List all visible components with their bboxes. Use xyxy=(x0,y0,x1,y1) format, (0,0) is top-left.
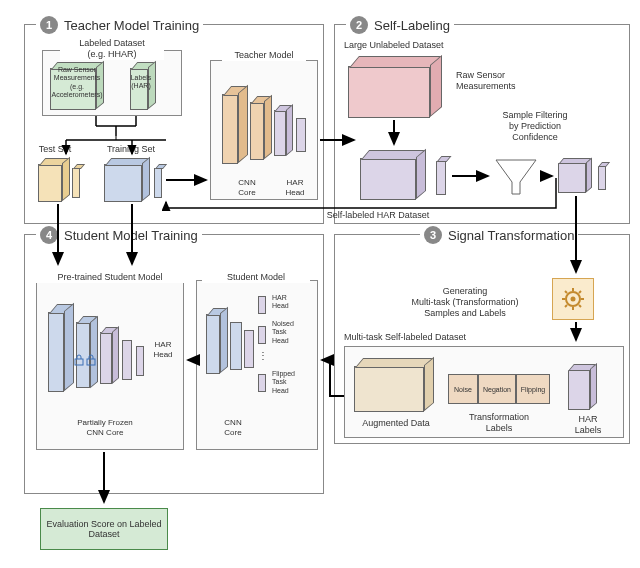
badge-1: 1 xyxy=(40,16,58,34)
svg-point-2 xyxy=(571,297,576,302)
generating-label: Generating Multi-task (Transformation) S… xyxy=(390,286,540,318)
noise-box: Noise xyxy=(448,374,478,404)
svg-line-10 xyxy=(565,305,567,307)
teacher-model-label: Teacher Model xyxy=(222,50,306,61)
badge-3: 3 xyxy=(424,226,442,244)
negation-box: Negation xyxy=(478,374,516,404)
gear-box xyxy=(552,278,594,320)
sample-filtering-label: Sample Filtering by Prediction Confidenc… xyxy=(490,110,580,142)
eval-label: Evaluation Score on Labeled Dataset xyxy=(43,519,165,539)
gear-icon xyxy=(561,287,585,311)
dots: ⋮ xyxy=(258,350,268,362)
har-head-label: HAR Head xyxy=(280,178,310,197)
har-head2-label: HAR Head xyxy=(272,294,308,311)
svg-rect-12 xyxy=(87,359,95,365)
svg-marker-0 xyxy=(496,160,536,194)
flipped-head-label: Flipped Task Head xyxy=(272,370,312,395)
svg-rect-11 xyxy=(75,359,83,365)
header-4: 4 Student Model Training xyxy=(36,226,202,244)
large-unlabeled-label: Large Unlabeled Dataset xyxy=(344,40,484,51)
svg-line-7 xyxy=(565,291,567,293)
title-1: Teacher Model Training xyxy=(64,18,199,33)
labeled-dataset-label: Labeled Dataset (e.g. HHAR) xyxy=(60,38,164,60)
badge-2: 2 xyxy=(350,16,368,34)
raw-sensor-text: Raw Sensor Measurements (e.g. Accelerome… xyxy=(48,66,106,100)
funnel-icon xyxy=(494,158,538,198)
labels-har-text: Labels (HAR) xyxy=(124,74,158,91)
har-labels-label: HAR Labels xyxy=(566,414,610,436)
lock-icon-2 xyxy=(86,354,96,366)
badge-4: 4 xyxy=(40,226,58,244)
multitask-ds-label: Multi-task Self-labeled Dataset xyxy=(344,332,524,343)
head-slab-1 xyxy=(258,296,266,314)
title-4: Student Model Training xyxy=(64,228,198,243)
augmented-label: Augmented Data xyxy=(354,418,438,429)
header-3: 3 Signal Transformation xyxy=(420,226,578,244)
eval-box: Evaluation Score on Labeled Dataset xyxy=(40,508,168,550)
title-3: Signal Transformation xyxy=(448,228,574,243)
lock-icon xyxy=(74,354,84,366)
svg-line-8 xyxy=(579,305,581,307)
header-1: 1 Teacher Model Training xyxy=(36,16,203,34)
flipping-box: Flipping xyxy=(516,374,550,404)
frozen-label: Partially Frozen CNN Core xyxy=(60,418,150,437)
pretrained-label: Pre-trained Student Model xyxy=(36,272,184,283)
test-set-label: Test Set xyxy=(30,144,80,155)
head-slab-3 xyxy=(258,374,266,392)
header-2: 2 Self-Labeling xyxy=(346,16,454,34)
student-label: Student Model xyxy=(202,272,310,283)
training-set-label: Training Set xyxy=(96,144,166,155)
self-labeled-label: Self-labeled HAR Dataset xyxy=(298,210,458,221)
title-2: Self-Labeling xyxy=(374,18,450,33)
cnn-core2-label: CNN Core xyxy=(218,418,248,437)
noised-head-label: Noised Task Head xyxy=(272,320,312,345)
svg-line-9 xyxy=(579,291,581,293)
head-slab-2 xyxy=(258,326,266,344)
raw-sensor2-label: Raw Sensor Measurements xyxy=(456,70,536,92)
har-head3-label: HAR Head xyxy=(148,340,178,359)
trans-labels-label: Transformation Labels xyxy=(452,412,546,434)
cnn-core-label: CNN Core xyxy=(232,178,262,197)
